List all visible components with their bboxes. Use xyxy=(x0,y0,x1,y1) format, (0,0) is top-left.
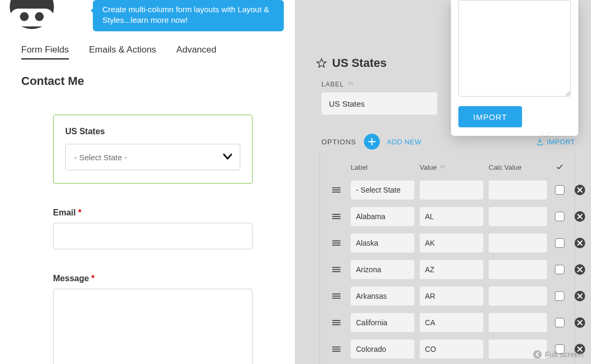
email-input[interactable] xyxy=(53,223,253,249)
field-label-us-states: US States xyxy=(65,127,240,136)
option-delete-button[interactable] xyxy=(575,238,585,248)
form-area: US States - Select State - Email * Messa… xyxy=(0,88,295,364)
option-value-input[interactable] xyxy=(420,207,483,226)
state-select[interactable]: - Select State - xyxy=(65,144,240,170)
option-default-checkbox[interactable] xyxy=(555,318,564,327)
option-row xyxy=(325,230,569,256)
drag-handle-icon[interactable] xyxy=(327,293,345,299)
field-label-message: Message * xyxy=(53,274,253,283)
option-row xyxy=(325,177,569,203)
option-value-input[interactable] xyxy=(420,340,483,359)
plus-icon xyxy=(368,137,376,146)
builder-panel: Create multi-column form layouts with La… xyxy=(0,0,295,364)
option-headers: Label Value Calc Value xyxy=(325,163,569,177)
drag-handle-icon[interactable] xyxy=(327,346,345,352)
option-row xyxy=(325,283,569,309)
header-calc: Calc Value xyxy=(489,163,547,171)
option-calc-input[interactable] xyxy=(489,287,547,306)
arrow-left-icon xyxy=(533,350,542,359)
close-icon xyxy=(577,240,583,246)
option-label-input[interactable] xyxy=(351,233,414,253)
editor-title: US States xyxy=(332,56,387,70)
comment-icon[interactable] xyxy=(439,164,446,171)
drag-handle-icon[interactable] xyxy=(327,187,345,193)
field-label-input[interactable] xyxy=(321,92,437,115)
form-title: Contact Me xyxy=(0,59,295,88)
option-label-input[interactable] xyxy=(351,180,414,200)
tab-emails-actions[interactable]: Emails & Actions xyxy=(89,45,157,59)
option-calc-input[interactable] xyxy=(489,207,547,226)
field-us-states[interactable]: US States - Select State - xyxy=(53,115,253,184)
label-heading-text: LABEL xyxy=(321,81,344,88)
option-value-input[interactable] xyxy=(420,180,483,200)
close-icon xyxy=(577,266,583,273)
option-label-input[interactable] xyxy=(351,207,414,226)
option-calc-input[interactable] xyxy=(489,233,547,253)
option-default-checkbox[interactable] xyxy=(555,212,564,221)
add-option-button[interactable] xyxy=(364,134,380,150)
drag-handle-icon[interactable] xyxy=(327,240,345,246)
option-value-input[interactable] xyxy=(420,287,483,306)
close-icon xyxy=(577,213,583,220)
options-heading: OPTIONS xyxy=(321,138,357,146)
option-label-input[interactable] xyxy=(351,260,414,279)
option-row xyxy=(325,256,569,283)
import-textarea[interactable] xyxy=(458,0,571,97)
option-row xyxy=(325,309,569,336)
field-message[interactable]: Message * xyxy=(53,274,253,364)
option-value-input[interactable] xyxy=(420,233,483,253)
option-default-checkbox[interactable] xyxy=(555,238,564,248)
close-icon xyxy=(577,319,583,326)
option-delete-button[interactable] xyxy=(575,317,585,328)
close-icon xyxy=(577,187,583,193)
tab-form-fields[interactable]: Form Fields xyxy=(21,45,69,59)
header-value-text: Value xyxy=(420,163,437,171)
header-label: Label xyxy=(351,163,414,171)
drag-handle-icon[interactable] xyxy=(327,267,345,272)
option-calc-input[interactable] xyxy=(489,313,547,332)
option-calc-input[interactable] xyxy=(489,180,547,200)
tip-bubble[interactable]: Create multi-column form layouts with La… xyxy=(93,0,284,31)
header-value: Value xyxy=(420,163,483,171)
email-label-text: Email xyxy=(53,208,76,217)
option-row xyxy=(325,203,569,230)
drag-handle-icon[interactable] xyxy=(327,320,345,325)
option-default-checkbox[interactable] xyxy=(555,265,564,274)
field-label-email: Email * xyxy=(53,208,253,218)
import-popover: IMPORT xyxy=(451,0,578,136)
option-rows xyxy=(325,177,569,362)
required-marker: * xyxy=(91,274,94,283)
comment-icon[interactable] xyxy=(347,81,354,88)
state-select-wrap: - Select State - xyxy=(65,144,240,170)
option-label-input[interactable] xyxy=(351,340,414,359)
option-label-input[interactable] xyxy=(351,287,414,306)
close-icon xyxy=(577,293,583,299)
option-value-input[interactable] xyxy=(420,313,483,332)
option-default-checkbox[interactable] xyxy=(555,185,564,195)
option-delete-button[interactable] xyxy=(575,291,585,301)
option-label-input[interactable] xyxy=(351,313,414,332)
field-email[interactable]: Email * xyxy=(53,208,253,249)
option-calc-input[interactable] xyxy=(489,260,547,279)
label-heading: LABEL xyxy=(321,81,437,88)
drag-handle-icon[interactable] xyxy=(327,214,345,219)
fullscreen-toggle[interactable]: Full screen xyxy=(533,350,584,359)
option-delete-button[interactable] xyxy=(575,185,585,195)
option-delete-button[interactable] xyxy=(575,211,585,222)
required-marker: * xyxy=(78,208,81,217)
message-label-text: Message xyxy=(53,274,89,283)
option-delete-button[interactable] xyxy=(575,264,585,275)
field-editor-panel: US States LABEL R OPTIONS ADD NEW IMPORT xyxy=(295,0,591,364)
import-button[interactable]: IMPORT xyxy=(458,106,522,127)
add-new-link[interactable]: ADD NEW xyxy=(387,138,422,146)
message-textarea[interactable] xyxy=(53,289,253,364)
option-value-input[interactable] xyxy=(420,260,483,279)
fullscreen-label: Full screen xyxy=(545,350,584,359)
option-default-checkbox[interactable] xyxy=(555,291,564,301)
favorite-star-icon[interactable] xyxy=(316,58,327,68)
import-link-text: IMPORT xyxy=(547,138,575,146)
header-default-icon xyxy=(552,163,567,171)
tab-advanced[interactable]: Advanced xyxy=(176,45,216,59)
options-table: Label Value Calc Value xyxy=(319,155,575,364)
